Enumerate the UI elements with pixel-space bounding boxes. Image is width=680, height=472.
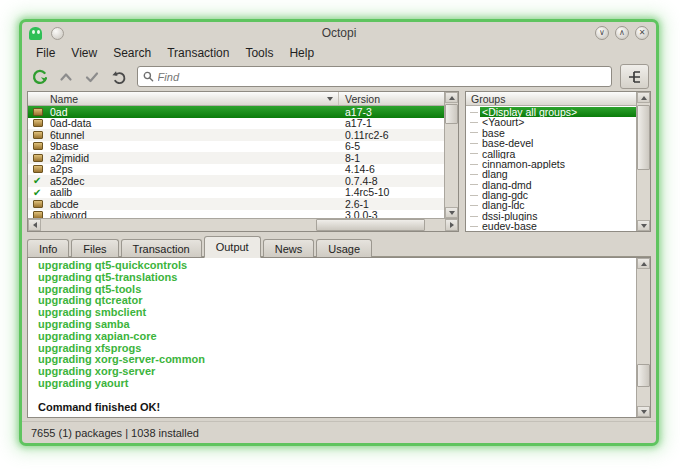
tree-branch-icon <box>470 226 478 227</box>
package-name: a2jmidid <box>50 153 89 164</box>
table-row[interactable]: 9base 6-5 <box>28 141 444 153</box>
scroll-right-icon <box>450 222 454 228</box>
scroll-right-button[interactable] <box>445 219 458 231</box>
scroll-down-button[interactable] <box>445 207 458 218</box>
package-vertical-scrollbar[interactable] <box>444 92 458 218</box>
scroll-up-button[interactable] <box>637 258 650 269</box>
output-line: upgrading samba <box>38 319 636 331</box>
tree-branch-icon <box>470 174 478 175</box>
maximize-button[interactable]: ∧ <box>615 26 629 40</box>
table-row[interactable]: a2jmidid 8-1 <box>28 152 444 164</box>
package-name: 0ad-data <box>50 118 91 129</box>
installed-check-icon <box>33 176 44 185</box>
tab[interactable]: Output <box>204 236 261 258</box>
output-vertical-scrollbar[interactable] <box>636 258 650 417</box>
rollback-transaction-button[interactable] <box>107 67 129 87</box>
scroll-down-icon <box>641 410 647 414</box>
menu-item[interactable]: Tools <box>237 45 281 61</box>
groups-vertical-scrollbar[interactable] <box>636 92 650 231</box>
tab[interactable]: News <box>263 239 315 257</box>
package-box-icon <box>33 200 43 208</box>
group-item[interactable]: dlang-gdc <box>466 190 636 200</box>
window-menu-button[interactable] <box>51 27 64 40</box>
groups-list: <Display all groups> <Yaourt> base base-… <box>466 106 636 231</box>
scrollbar-thumb[interactable] <box>445 104 458 124</box>
statusbar: 7655 (1) packages | 1038 installed <box>22 421 656 443</box>
system-upgrade-button[interactable] <box>55 67 77 87</box>
scrollbar-thumb[interactable] <box>316 219 425 231</box>
scrollbar-thumb[interactable] <box>637 105 650 169</box>
tree-view-icon <box>628 70 642 84</box>
menu-item[interactable]: View <box>63 45 105 61</box>
group-item[interactable]: dlang-dmd <box>466 180 636 190</box>
sync-database-button[interactable] <box>29 67 51 87</box>
scroll-up-button[interactable] <box>637 92 650 103</box>
group-item[interactable]: dssi-plugins <box>466 211 636 221</box>
chevron-up-icon <box>58 69 74 85</box>
column-header-version[interactable]: Version <box>339 92 444 105</box>
minimize-button[interactable]: ∨ <box>595 26 609 40</box>
groups-panel: Groups <Display all groups> <Yaourt> bas… <box>465 91 651 232</box>
table-row[interactable]: abiword 3.0.0-3 <box>28 210 444 219</box>
package-name: 0ad <box>50 107 68 118</box>
group-item[interactable]: <Display all groups> <box>466 107 636 117</box>
group-item[interactable]: dlang-ldc <box>466 201 636 211</box>
info-tabbar: Info Files Transaction Output News Usage <box>27 237 651 257</box>
scroll-down-button[interactable] <box>637 220 650 231</box>
table-row[interactable]: a2ps 4.14-6 <box>28 164 444 176</box>
package-box-icon <box>33 154 43 162</box>
search-input[interactable] <box>154 70 606 84</box>
menu-item[interactable]: Help <box>281 45 322 61</box>
package-box-icon <box>33 108 43 116</box>
menubar: FileViewSearchTransactionToolsHelp <box>22 44 656 62</box>
tab[interactable]: Files <box>71 239 118 257</box>
tree-branch-icon <box>470 122 478 123</box>
package-name: abcde <box>50 199 79 210</box>
table-row[interactable]: aalib 1.4rc5-10 <box>28 187 444 199</box>
group-item[interactable]: calligra <box>466 149 636 159</box>
scroll-down-button[interactable] <box>637 406 650 417</box>
menu-item[interactable]: Transaction <box>159 45 237 61</box>
group-item[interactable]: dlang <box>466 169 636 179</box>
table-row[interactable]: 0ad-data a17-1 <box>28 118 444 130</box>
package-version: 8-1 <box>339 153 444 164</box>
package-horizontal-scrollbar[interactable] <box>28 218 458 231</box>
toggle-groups-panel-button[interactable] <box>620 64 649 89</box>
installed-check-icon <box>33 188 44 197</box>
group-item[interactable]: <Yaourt> <box>466 117 636 127</box>
close-button[interactable]: ✕ <box>635 26 649 40</box>
package-name: abiword <box>50 210 87 218</box>
package-version: 2.6-1 <box>339 199 444 210</box>
package-version: 0.7.4-8 <box>339 176 444 187</box>
titlebar: Octopi ∨ ∧ ✕ <box>22 22 656 44</box>
commit-transaction-button[interactable] <box>81 67 103 87</box>
table-row[interactable]: a52dec 0.7.4-8 <box>28 175 444 187</box>
group-item[interactable]: base-devel <box>466 138 636 148</box>
octopi-logo-icon <box>29 27 42 40</box>
package-box-icon <box>33 165 43 173</box>
close-icon: ✕ <box>639 29 646 37</box>
menu-item[interactable]: File <box>28 45 63 61</box>
table-row[interactable]: 0ad a17-3 <box>28 106 444 118</box>
table-row[interactable]: 6tunnel 0.11rc2-6 <box>28 129 444 141</box>
group-item[interactable]: base <box>466 128 636 138</box>
package-name: a52dec <box>50 176 84 187</box>
menu-item[interactable]: Search <box>105 45 159 61</box>
tab[interactable]: Info <box>27 239 69 257</box>
group-item[interactable]: eudev-base <box>466 221 636 231</box>
scroll-up-icon <box>641 96 647 100</box>
table-row[interactable]: abcde 2.6-1 <box>28 198 444 210</box>
tab[interactable]: Usage <box>316 239 372 257</box>
tree-branch-icon <box>470 164 478 165</box>
group-item[interactable]: cinnamon-applets <box>466 159 636 169</box>
column-header-name[interactable]: Name <box>28 92 339 105</box>
tree-branch-icon <box>470 112 478 113</box>
scroll-left-button[interactable] <box>28 219 41 231</box>
package-count-status: 7655 (1) packages | 1038 installed <box>31 427 199 439</box>
output-final-message: Command finished OK! <box>38 402 636 414</box>
scrollbar-thumb[interactable] <box>637 364 650 387</box>
scroll-up-button[interactable] <box>445 92 458 103</box>
tab[interactable]: Transaction <box>121 239 202 257</box>
search-box[interactable] <box>137 66 612 87</box>
tree-branch-icon <box>470 205 478 206</box>
